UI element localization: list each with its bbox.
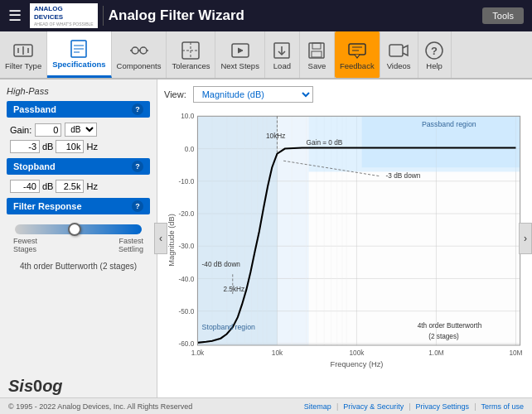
toolbar-label-specifications: Specifications	[52, 60, 105, 69]
svg-text:100k: 100k	[350, 349, 365, 357]
tools-button[interactable]: Tools	[482, 7, 524, 24]
stopband-hz-label: Hz	[86, 181, 97, 191]
svg-text:1.0M: 1.0M	[428, 349, 443, 357]
save-icon	[306, 40, 327, 61]
slider-label-right: FastestSettling	[118, 237, 143, 253]
toolbar-item-videos[interactable]: Videos	[380, 31, 418, 78]
toolbar-item-feedback[interactable]: Feedback	[335, 31, 380, 78]
logo-area: ANALOGDEVICES AHEAD OF WHAT'S POSSIBLE A…	[30, 3, 244, 29]
app-header: ☰ ANALOGDEVICES AHEAD OF WHAT'S POSSIBLE…	[0, 0, 532, 31]
stopband-label: Stopband	[13, 161, 56, 171]
passband-db-label: dB	[42, 142, 53, 152]
svg-point-9	[140, 47, 147, 54]
gain-label: Gain:	[10, 125, 31, 135]
main-area: ‹ High-Pass Passband ? Gain: dB dB	[0, 79, 532, 397]
toolbar-label-help: Help	[426, 61, 443, 70]
footer-link-terms[interactable]: Terms of use	[481, 402, 524, 411]
svg-text:1.0k: 1.0k	[191, 349, 205, 357]
slider-container: FewestStages FastestSettling	[10, 221, 147, 255]
toolbar-item-specifications[interactable]: Specifications	[47, 31, 111, 78]
toolbar-item-load[interactable]: Load	[265, 31, 300, 78]
stopband-section: Stopband ? dB Hz	[7, 158, 150, 198]
svg-text:-40.0: -40.0	[179, 276, 195, 283]
feedback-icon	[346, 40, 368, 61]
svg-rect-21	[312, 51, 322, 57]
gain-row: Gain: dB	[10, 123, 147, 137]
svg-rect-25	[389, 45, 403, 56]
toolbar: Filter Type Specifications Components To…	[0, 31, 532, 79]
components-icon	[128, 40, 150, 61]
filter-type-label: High-Pass	[7, 86, 150, 96]
toolbar-label-feedback: Feedback	[340, 61, 375, 70]
svg-text:?: ?	[431, 45, 438, 57]
svg-text:10k: 10k	[272, 349, 283, 357]
nav-arrow-left[interactable]: ‹	[154, 223, 167, 254]
svg-text:0.0: 0.0	[185, 146, 195, 153]
toolbar-item-next-steps[interactable]: Next Steps	[215, 31, 264, 78]
svg-rect-74	[197, 116, 277, 345]
videos-icon	[388, 40, 409, 61]
passband-db-input[interactable]	[10, 140, 40, 153]
menu-icon[interactable]: ☰	[8, 7, 22, 25]
logo-tagline: AHEAD OF WHAT'S POSSIBLE	[34, 22, 94, 26]
filter-response-header: Filter Response ?	[7, 198, 150, 214]
view-select[interactable]: Magnitude (dB)	[193, 86, 313, 103]
passband-content: Gain: dB dB Hz	[7, 121, 150, 158]
svg-text:(2 stages): (2 stages)	[428, 333, 459, 340]
filter-response-help-icon[interactable]: ?	[132, 200, 143, 212]
stopband-db-input[interactable]	[10, 180, 40, 193]
toolbar-label-filter-type: Filter Type	[5, 61, 41, 70]
svg-text:Gain = 0 dB: Gain = 0 dB	[307, 139, 343, 147]
tolerances-icon	[180, 40, 201, 61]
slider-thumb[interactable]	[68, 223, 81, 236]
footer-link-privacy-security[interactable]: Privacy & Security	[343, 402, 404, 411]
passband-hz-label: Hz	[86, 142, 97, 152]
toolbar-item-filter-type[interactable]: Filter Type	[0, 31, 47, 78]
svg-text:Magnitude (dB): Magnitude (dB)	[167, 214, 176, 266]
footer-link-sitemap[interactable]: Sitemap	[304, 402, 331, 411]
stopband-hz-input[interactable]	[56, 180, 84, 193]
right-panel: View: Magnitude (dB) Magnitude (dB) 1	[157, 79, 532, 397]
slider-track[interactable]	[15, 224, 142, 234]
toolbar-label-load: Load	[273, 61, 291, 70]
passband-hz-input[interactable]	[56, 140, 84, 153]
help-icon: ?	[423, 40, 445, 61]
filter-response-section: Filter Response ? FewestStages FastestSe…	[7, 198, 150, 274]
svg-text:10M: 10M	[509, 349, 522, 357]
nav-arrow-right[interactable]: ›	[519, 223, 532, 254]
app-title: Analog Filter Wizard	[109, 7, 244, 24]
view-row: View: Magnitude (dB)	[164, 86, 525, 103]
svg-text:-10.0: -10.0	[179, 178, 195, 185]
logo-box: ANALOGDEVICES AHEAD OF WHAT'S POSSIBLE	[30, 3, 98, 29]
stopband-db-label: dB	[42, 181, 53, 191]
passband-help-icon[interactable]: ?	[132, 104, 143, 115]
svg-text:-50.0: -50.0	[179, 308, 195, 315]
svg-text:-40 dB down: -40 dB down	[202, 261, 241, 268]
header-divider	[103, 6, 104, 26]
toolbar-item-help[interactable]: ? Help	[418, 31, 452, 78]
toolbar-item-tolerances[interactable]: Tolerances	[167, 31, 215, 78]
svg-text:-30.0: -30.0	[179, 243, 195, 250]
stopband-content: dB Hz	[7, 178, 150, 198]
watermark-zero: 0	[33, 377, 42, 395]
footer-sep-2: |	[409, 402, 410, 411]
view-label: View:	[164, 89, 186, 99]
slider-labels: FewestStages FastestSettling	[13, 237, 143, 253]
gain-unit-select[interactable]: dB	[65, 123, 97, 137]
filter-description: 4th order Butterworth (2 stages)	[10, 262, 147, 271]
filter-response-content: FewestStages FastestSettling 4th order B…	[7, 218, 150, 274]
stopband-help-icon[interactable]: ?	[132, 161, 143, 172]
footer-sep-1: |	[336, 402, 338, 411]
footer-link-privacy-settings[interactable]: Privacy Settings	[416, 402, 470, 411]
toolbar-item-save[interactable]: Save	[300, 31, 335, 78]
toolbar-label-videos: Videos	[387, 61, 411, 70]
filter-response-label: Filter Response	[13, 201, 82, 211]
svg-rect-20	[312, 43, 321, 49]
watermark-text: Sis	[8, 377, 33, 395]
passband-label: Passband	[13, 104, 56, 114]
chart-area: Magnitude (dB) 10.0 0.0 -10.0	[164, 108, 525, 373]
toolbar-item-components[interactable]: Components	[112, 31, 167, 78]
gain-value-input[interactable]	[35, 123, 61, 137]
logo-text: ANALOGDEVICES	[34, 5, 94, 22]
toolbar-label-tolerances: Tolerances	[172, 61, 210, 70]
